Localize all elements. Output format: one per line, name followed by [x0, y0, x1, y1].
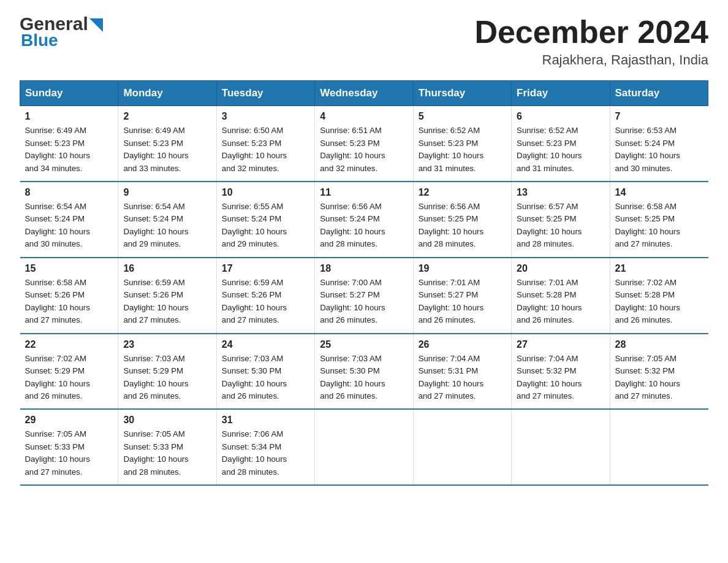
day-info: Sunrise: 7:02 AMSunset: 5:29 PMDaylight:… — [25, 353, 113, 403]
day-number: 4 — [320, 111, 408, 122]
day-number: 21 — [615, 263, 703, 274]
day-info: Sunrise: 6:52 AMSunset: 5:23 PMDaylight:… — [419, 124, 506, 175]
day-number: 30 — [123, 415, 211, 426]
day-info: Sunrise: 6:54 AMSunset: 5:24 PMDaylight:… — [25, 201, 113, 251]
location: Rajakhera, Rajasthan, India — [474, 52, 708, 68]
day-info: Sunrise: 7:05 AMSunset: 5:33 PMDaylight:… — [25, 428, 113, 478]
day-number: 26 — [419, 339, 506, 350]
day-info: Sunrise: 6:53 AMSunset: 5:24 PMDaylight:… — [615, 124, 703, 175]
day-number: 31 — [222, 415, 309, 426]
day-info: Sunrise: 6:51 AMSunset: 5:23 PMDaylight:… — [320, 124, 408, 175]
table-row: 27Sunrise: 7:04 AMSunset: 5:32 PMDayligh… — [512, 334, 610, 410]
day-info: Sunrise: 6:50 AMSunset: 5:23 PMDaylight:… — [222, 124, 309, 175]
logo-blue: Blue — [20, 31, 58, 50]
day-number: 24 — [222, 339, 309, 350]
day-info: Sunrise: 6:49 AMSunset: 5:23 PMDaylight:… — [123, 124, 211, 175]
day-number: 28 — [615, 339, 703, 350]
day-number: 25 — [320, 339, 408, 350]
calendar-week-row: 15Sunrise: 6:58 AMSunset: 5:26 PMDayligh… — [20, 258, 708, 334]
day-info: Sunrise: 7:01 AMSunset: 5:27 PMDaylight:… — [419, 277, 506, 327]
table-row: 12Sunrise: 6:56 AMSunset: 5:25 PMDayligh… — [413, 182, 511, 258]
table-row — [413, 409, 511, 485]
calendar-week-row: 8Sunrise: 6:54 AMSunset: 5:24 PMDaylight… — [20, 182, 708, 258]
table-row: 13Sunrise: 6:57 AMSunset: 5:25 PMDayligh… — [512, 182, 610, 258]
table-row: 3Sunrise: 6:50 AMSunset: 5:23 PMDaylight… — [216, 106, 314, 182]
calendar-week-row: 22Sunrise: 7:02 AMSunset: 5:29 PMDayligh… — [20, 334, 708, 410]
table-row: 28Sunrise: 7:05 AMSunset: 5:32 PMDayligh… — [610, 334, 708, 410]
logo: General Blue — [20, 15, 103, 50]
table-row: 5Sunrise: 6:52 AMSunset: 5:23 PMDaylight… — [413, 106, 511, 182]
table-row: 23Sunrise: 7:03 AMSunset: 5:29 PMDayligh… — [118, 334, 216, 410]
day-number: 9 — [123, 187, 211, 198]
table-row: 20Sunrise: 7:01 AMSunset: 5:28 PMDayligh… — [512, 258, 610, 334]
day-info: Sunrise: 7:03 AMSunset: 5:29 PMDaylight:… — [123, 353, 211, 403]
day-info: Sunrise: 7:03 AMSunset: 5:30 PMDaylight:… — [222, 353, 309, 403]
day-info: Sunrise: 7:05 AMSunset: 5:33 PMDaylight:… — [123, 428, 211, 478]
day-info: Sunrise: 6:58 AMSunset: 5:26 PMDaylight:… — [25, 277, 113, 327]
day-number: 11 — [320, 187, 408, 198]
calendar-header-row: Sunday Monday Tuesday Wednesday Thursday… — [20, 81, 708, 106]
table-row: 11Sunrise: 6:56 AMSunset: 5:24 PMDayligh… — [315, 182, 413, 258]
header-sunday: Sunday — [20, 81, 118, 106]
day-number: 8 — [25, 187, 113, 198]
header-friday: Friday — [512, 81, 610, 106]
day-info: Sunrise: 7:03 AMSunset: 5:30 PMDaylight:… — [320, 353, 408, 403]
day-info: Sunrise: 6:56 AMSunset: 5:24 PMDaylight:… — [320, 201, 408, 251]
table-row: 25Sunrise: 7:03 AMSunset: 5:30 PMDayligh… — [315, 334, 413, 410]
day-number: 13 — [517, 187, 604, 198]
title-section: December 2024 Rajakhera, Rajasthan, Indi… — [474, 15, 708, 68]
table-row — [315, 409, 413, 485]
svg-marker-0 — [89, 18, 103, 32]
table-row: 7Sunrise: 6:53 AMSunset: 5:24 PMDaylight… — [610, 106, 708, 182]
day-number: 17 — [222, 263, 309, 274]
day-info: Sunrise: 6:58 AMSunset: 5:25 PMDaylight:… — [615, 201, 703, 251]
day-number: 14 — [615, 187, 703, 198]
logo-triangle-icon — [89, 18, 103, 32]
day-info: Sunrise: 6:55 AMSunset: 5:24 PMDaylight:… — [222, 201, 309, 251]
day-info: Sunrise: 7:05 AMSunset: 5:32 PMDaylight:… — [615, 353, 703, 403]
day-number: 22 — [25, 339, 113, 350]
day-info: Sunrise: 6:56 AMSunset: 5:25 PMDaylight:… — [419, 201, 506, 251]
table-row — [610, 409, 708, 485]
day-number: 1 — [25, 111, 113, 122]
table-row: 9Sunrise: 6:54 AMSunset: 5:24 PMDaylight… — [118, 182, 216, 258]
day-number: 2 — [123, 111, 211, 122]
table-row: 26Sunrise: 7:04 AMSunset: 5:31 PMDayligh… — [413, 334, 511, 410]
day-info: Sunrise: 7:00 AMSunset: 5:27 PMDaylight:… — [320, 277, 408, 327]
table-row: 15Sunrise: 6:58 AMSunset: 5:26 PMDayligh… — [20, 258, 118, 334]
header-saturday: Saturday — [610, 81, 708, 106]
table-row: 8Sunrise: 6:54 AMSunset: 5:24 PMDaylight… — [20, 182, 118, 258]
table-row: 21Sunrise: 7:02 AMSunset: 5:28 PMDayligh… — [610, 258, 708, 334]
table-row: 17Sunrise: 6:59 AMSunset: 5:26 PMDayligh… — [216, 258, 314, 334]
day-info: Sunrise: 6:54 AMSunset: 5:24 PMDaylight:… — [123, 201, 211, 251]
day-number: 5 — [419, 111, 506, 122]
header-wednesday: Wednesday — [315, 81, 413, 106]
day-number: 6 — [517, 111, 604, 122]
table-row: 19Sunrise: 7:01 AMSunset: 5:27 PMDayligh… — [413, 258, 511, 334]
day-number: 20 — [517, 263, 604, 274]
day-number: 29 — [25, 415, 113, 426]
day-number: 12 — [419, 187, 506, 198]
calendar-week-row: 1Sunrise: 6:49 AMSunset: 5:23 PMDaylight… — [20, 106, 708, 182]
table-row: 2Sunrise: 6:49 AMSunset: 5:23 PMDaylight… — [118, 106, 216, 182]
day-info: Sunrise: 7:04 AMSunset: 5:31 PMDaylight:… — [419, 353, 506, 403]
table-row: 18Sunrise: 7:00 AMSunset: 5:27 PMDayligh… — [315, 258, 413, 334]
day-number: 3 — [222, 111, 309, 122]
table-row: 29Sunrise: 7:05 AMSunset: 5:33 PMDayligh… — [20, 409, 118, 485]
table-row: 10Sunrise: 6:55 AMSunset: 5:24 PMDayligh… — [216, 182, 314, 258]
month-title: December 2024 — [474, 15, 708, 50]
day-info: Sunrise: 7:06 AMSunset: 5:34 PMDaylight:… — [222, 428, 309, 478]
day-number: 16 — [123, 263, 211, 274]
page-header: General Blue December 2024 Rajakhera, Ra… — [20, 15, 708, 68]
day-info: Sunrise: 6:57 AMSunset: 5:25 PMDaylight:… — [517, 201, 604, 251]
day-info: Sunrise: 7:02 AMSunset: 5:28 PMDaylight:… — [615, 277, 703, 327]
day-info: Sunrise: 6:52 AMSunset: 5:23 PMDaylight:… — [517, 124, 604, 175]
header-tuesday: Tuesday — [216, 81, 314, 106]
day-number: 18 — [320, 263, 408, 274]
day-info: Sunrise: 7:01 AMSunset: 5:28 PMDaylight:… — [517, 277, 604, 327]
table-row: 24Sunrise: 7:03 AMSunset: 5:30 PMDayligh… — [216, 334, 314, 410]
day-info: Sunrise: 6:59 AMSunset: 5:26 PMDaylight:… — [123, 277, 211, 327]
day-info: Sunrise: 6:49 AMSunset: 5:23 PMDaylight:… — [25, 124, 113, 175]
table-row: 31Sunrise: 7:06 AMSunset: 5:34 PMDayligh… — [216, 409, 314, 485]
day-number: 10 — [222, 187, 309, 198]
